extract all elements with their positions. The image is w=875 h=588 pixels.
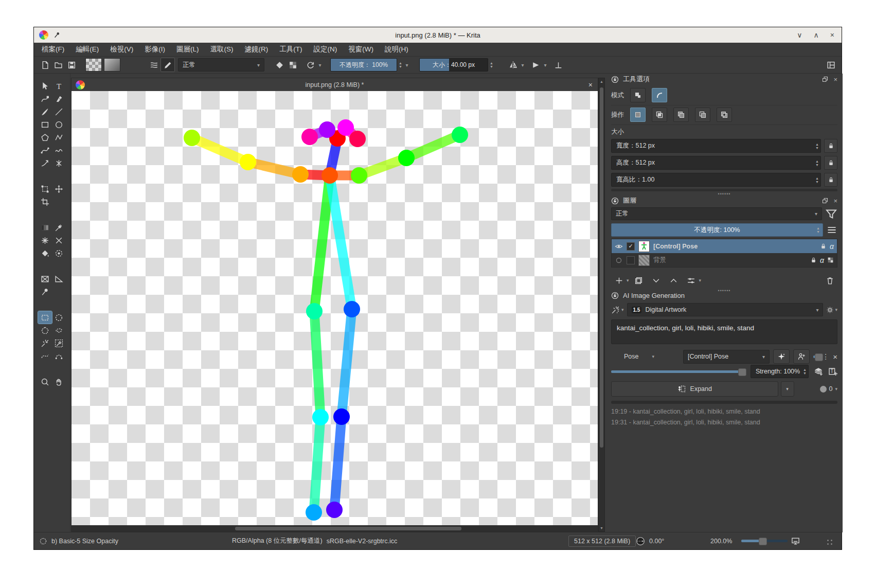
menu-檢視[interactable]: 檢視(V) bbox=[104, 43, 139, 56]
docker-lock-icon[interactable] bbox=[611, 292, 619, 299]
remove-control-button[interactable]: × bbox=[833, 352, 837, 361]
reload-preset-caret[interactable]: ▾ bbox=[317, 62, 323, 68]
tool-bezier-selection[interactable] bbox=[38, 350, 52, 362]
mode-square-button[interactable] bbox=[630, 88, 646, 102]
tool-freehand-path[interactable] bbox=[52, 144, 66, 156]
select-replace-button[interactable] bbox=[630, 108, 646, 122]
tool-magnetic-selection[interactable] bbox=[52, 350, 66, 362]
strength-field[interactable]: Strength: 100% ▲▼ bbox=[751, 365, 809, 378]
tool-rectangular-selection[interactable] bbox=[38, 311, 52, 324]
height-lock-button[interactable] bbox=[824, 156, 837, 170]
opacity-slider[interactable]: 不透明度： 100% bbox=[330, 58, 397, 72]
tool-freehand-brush[interactable] bbox=[38, 105, 52, 118]
tool-ellipse[interactable] bbox=[52, 118, 66, 131]
width-field[interactable]: 寬度：512 px ▲▼ bbox=[611, 139, 821, 153]
new-document-button[interactable] bbox=[38, 58, 51, 72]
generation-history[interactable]: 19:19 - kantai_collection, girl, loli, h… bbox=[611, 408, 837, 430]
ratio-lock-button[interactable] bbox=[824, 173, 837, 187]
tool-assistants[interactable] bbox=[38, 273, 52, 285]
save-button[interactable] bbox=[65, 58, 78, 72]
fg-bg-colors[interactable] bbox=[126, 58, 142, 72]
layer-lock-icon[interactable] bbox=[810, 257, 817, 263]
menu-影像[interactable]: 影像(I) bbox=[139, 43, 171, 56]
close-docker-icon[interactable]: × bbox=[833, 197, 837, 205]
tool-polygon[interactable] bbox=[38, 131, 52, 144]
blend-mode-dropdown[interactable]: 正常▾ bbox=[178, 58, 264, 72]
pose-joint-r_elbow[interactable] bbox=[240, 154, 256, 170]
subwindow-close-icon[interactable]: × bbox=[588, 81, 593, 89]
workspace-chooser-button[interactable] bbox=[824, 58, 837, 72]
open-document-button[interactable] bbox=[51, 58, 65, 72]
brush-presets-button[interactable] bbox=[147, 58, 160, 72]
brush-preset-name[interactable]: b) Basic-5 Size Opacity bbox=[51, 538, 118, 545]
duplicate-layer-button[interactable] bbox=[631, 274, 647, 287]
delete-layer-button[interactable] bbox=[822, 274, 837, 287]
history-splitter[interactable] bbox=[611, 401, 837, 404]
tool-contiguous-selection[interactable] bbox=[52, 337, 66, 349]
width-lock-button[interactable] bbox=[824, 139, 837, 153]
layer-opacity-slider[interactable]: 不透明度: 100% ▲▼ bbox=[611, 223, 823, 237]
opacity-spin[interactable]: ▲▼ bbox=[397, 59, 404, 71]
wrap-around-button[interactable] bbox=[551, 58, 565, 72]
tool-colorize-mask[interactable] bbox=[52, 234, 66, 246]
pose-joint-l_elbow[interactable] bbox=[398, 150, 415, 166]
select-symdiff-button[interactable] bbox=[717, 108, 732, 122]
horizontal-scrollbar[interactable] bbox=[72, 525, 598, 531]
vertical-scrollbar[interactable]: ▲ ▼ bbox=[598, 78, 605, 532]
tool-transform[interactable] bbox=[38, 183, 52, 195]
tool-gradient[interactable] bbox=[38, 221, 52, 234]
queue-caret[interactable]: ▾ bbox=[835, 386, 837, 391]
mirror-vertical-button[interactable] bbox=[529, 58, 542, 72]
add-layer-button[interactable] bbox=[611, 274, 627, 287]
tool-smart-patch[interactable] bbox=[38, 234, 52, 246]
layer-hidden-icon[interactable] bbox=[615, 256, 623, 264]
eraser-mode-button[interactable] bbox=[273, 58, 286, 72]
pose-joint-l_ankle[interactable] bbox=[326, 502, 343, 518]
layer-menu-button[interactable] bbox=[826, 224, 837, 236]
tool-fill[interactable] bbox=[38, 247, 52, 259]
canvas[interactable] bbox=[72, 91, 598, 526]
close-docker-icon[interactable]: × bbox=[833, 76, 837, 83]
add-text-layer-button[interactable]: T bbox=[828, 367, 837, 376]
tool-crop[interactable] bbox=[38, 195, 52, 208]
pose-joint-r_ankle[interactable] bbox=[306, 504, 322, 521]
docker-lock-icon[interactable] bbox=[611, 76, 619, 83]
history-entry[interactable]: 19:31 - kantai_collection, girl, loli, h… bbox=[611, 419, 837, 426]
tool-multibrush[interactable] bbox=[52, 157, 66, 169]
mirror-vertical-caret[interactable]: ▾ bbox=[542, 62, 548, 68]
mirror-horizontal-button[interactable] bbox=[506, 58, 520, 72]
preserve-alpha-button[interactable] bbox=[286, 58, 299, 72]
tool-measure[interactable] bbox=[52, 273, 66, 285]
height-field[interactable]: 高度：512 px ▲▼ bbox=[611, 156, 821, 170]
layer-alpha-icon[interactable]: α bbox=[820, 256, 824, 264]
tool-bezier-curve[interactable] bbox=[38, 144, 52, 156]
select-add-button[interactable] bbox=[673, 108, 689, 122]
tool-edit-shapes[interactable] bbox=[38, 93, 52, 105]
reload-preset-button[interactable] bbox=[303, 58, 317, 72]
tool-rectangle[interactable] bbox=[38, 118, 52, 131]
brush-preset-icon[interactable] bbox=[39, 537, 47, 545]
pose-joint-l_ear[interactable] bbox=[349, 131, 366, 147]
pose-joint-neck[interactable] bbox=[322, 167, 338, 184]
layer-blend-dropdown[interactable]: 正常▾ bbox=[611, 207, 822, 220]
subwindow-header[interactable]: input.png (2.8 MiB) * × bbox=[72, 78, 598, 92]
view-mode-icon[interactable] bbox=[791, 537, 800, 545]
tool-reference-images[interactable] bbox=[38, 286, 52, 298]
tool-line[interactable] bbox=[52, 105, 66, 118]
layer-row-1[interactable]: ✓[Control] Poseα bbox=[612, 239, 837, 253]
generate-control-button[interactable] bbox=[773, 349, 790, 364]
menu-設定[interactable]: 設定(N) bbox=[308, 43, 343, 56]
pose-joint-l_wrist[interactable] bbox=[452, 127, 468, 143]
move-layer-down-button[interactable] bbox=[649, 274, 664, 287]
size-slider[interactable]: 大小：40.00 px bbox=[419, 58, 488, 72]
menu-視窗[interactable]: 視窗(W) bbox=[343, 43, 379, 56]
tool-pan[interactable] bbox=[52, 376, 66, 388]
tool-color-sampler[interactable] bbox=[52, 221, 66, 234]
mode-antialias-button[interactable] bbox=[652, 88, 667, 102]
tool-freehand-selection[interactable] bbox=[52, 324, 66, 336]
control-layer-dropdown[interactable]: [Control] Pose▾ bbox=[683, 350, 770, 364]
gradient-swatch[interactable] bbox=[85, 58, 102, 72]
control-kebab-menu[interactable]: ⋮ bbox=[822, 352, 829, 361]
menu-選取[interactable]: 選取(S) bbox=[205, 43, 239, 56]
size-spin[interactable]: ▲▼ bbox=[488, 59, 495, 71]
